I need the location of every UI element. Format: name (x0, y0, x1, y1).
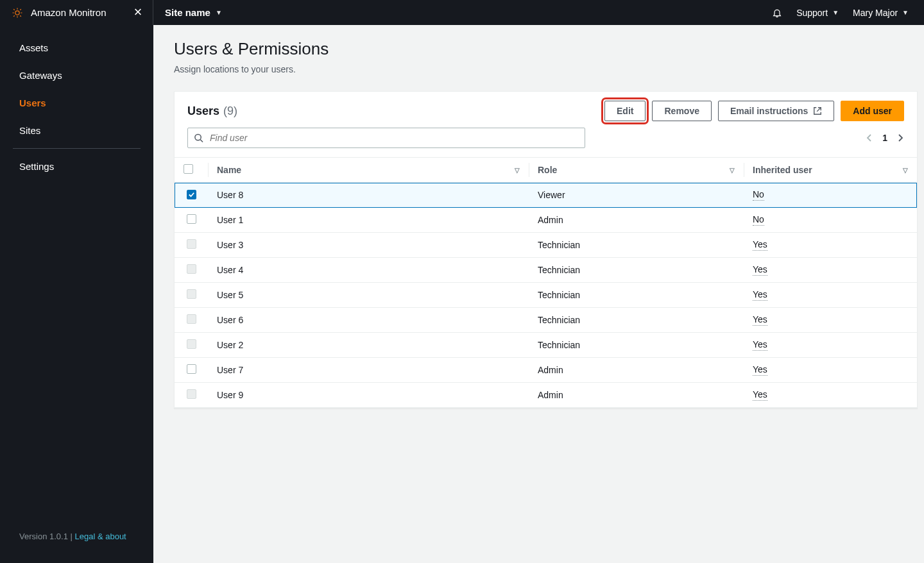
row-checkbox[interactable] (187, 239, 196, 249)
row-checkbox[interactable] (187, 190, 196, 199)
row-name-cell: User 1 (208, 208, 529, 233)
row-inherited-cell: No (744, 183, 917, 208)
row-checkbox-cell[interactable] (175, 358, 208, 383)
search-icon (194, 133, 203, 143)
table-row[interactable]: User 9AdminYes (175, 383, 917, 408)
notifications-button[interactable] (772, 8, 782, 18)
row-inherited: Yes (753, 339, 767, 351)
sidebar-item-gateways[interactable]: Gateways (0, 62, 153, 89)
gear-spark-icon (12, 7, 23, 19)
row-checkbox-cell[interactable] (175, 283, 208, 308)
pager-next[interactable] (896, 134, 904, 142)
table-row[interactable]: User 2TechnicianYes (175, 333, 917, 358)
panel-actions: Edit Remove Email instructions Add user (604, 101, 904, 121)
row-checkbox[interactable] (187, 289, 196, 299)
legal-link[interactable]: Legal & about (75, 532, 126, 541)
col-header-name-label: Name (217, 165, 241, 175)
user-menu[interactable]: Mary Major ▼ (853, 8, 909, 18)
row-checkbox[interactable] (187, 389, 196, 399)
row-role-cell: Viewer (529, 183, 744, 208)
row-inherited: Yes (753, 239, 767, 251)
row-inherited: Yes (753, 264, 767, 276)
row-checkbox-cell[interactable] (175, 233, 208, 258)
row-inherited-cell: Yes (744, 358, 917, 383)
row-inherited: Yes (753, 389, 767, 401)
row-checkbox-cell[interactable] (175, 308, 208, 333)
close-icon[interactable] (133, 6, 142, 19)
email-instructions-button[interactable]: Email instructions (718, 101, 834, 121)
sidebar-footer: Version 1.0.1 | Legal & about (0, 519, 153, 563)
row-role-cell: Admin (529, 383, 744, 408)
pager-prev[interactable] (866, 134, 873, 142)
sort-indicator-icon: ▽ (903, 167, 908, 174)
brand-name: Amazon Monitron (31, 7, 107, 18)
remove-button[interactable]: Remove (652, 101, 711, 121)
table-row[interactable]: User 6TechnicianYes (175, 308, 917, 333)
row-role: Admin (538, 390, 563, 400)
sidebar-item-assets[interactable]: Assets (0, 34, 153, 62)
table-row[interactable]: User 3TechnicianYes (175, 233, 917, 258)
edit-button[interactable]: Edit (604, 101, 646, 121)
table-header-row: Name ▽ Role ▽ Inherited user ▽ (175, 158, 917, 183)
caret-down-icon: ▼ (832, 9, 839, 16)
sidebar-item-settings[interactable]: Settings (0, 153, 153, 180)
svg-point-1 (195, 134, 201, 140)
col-header-role[interactable]: Role ▽ (529, 158, 744, 183)
sidebar-item-label: Settings (19, 161, 54, 172)
row-checkbox-cell[interactable] (175, 383, 208, 408)
caret-down-icon: ▼ (216, 9, 222, 16)
row-name-cell: User 2 (208, 333, 529, 358)
col-header-name[interactable]: Name ▽ (208, 158, 529, 183)
sidebar-item-label: Assets (19, 42, 48, 53)
row-inherited: Yes (753, 289, 767, 301)
add-user-button[interactable]: Add user (841, 101, 904, 121)
sidebar: Assets Gateways Users Sites Settings Ver… (0, 25, 153, 563)
row-role: Admin (538, 215, 563, 225)
row-name-cell: User 6 (208, 308, 529, 333)
row-checkbox[interactable] (187, 314, 196, 324)
row-role: Admin (538, 365, 563, 375)
sidebar-item-sites[interactable]: Sites (0, 117, 153, 144)
support-menu[interactable]: Support ▼ (796, 8, 839, 18)
row-role: Technician (538, 240, 580, 250)
row-role: Technician (538, 265, 580, 275)
table-row[interactable]: User 5TechnicianYes (175, 283, 917, 308)
row-inherited: No (753, 214, 764, 226)
table-row[interactable]: User 1AdminNo (175, 208, 917, 233)
row-role: Viewer (538, 190, 565, 200)
user-label: Mary Major (853, 8, 898, 18)
row-name-cell: User 9 (208, 383, 529, 408)
table-row[interactable]: User 7AdminYes (175, 358, 917, 383)
row-checkbox-cell[interactable] (175, 258, 208, 283)
users-panel-title: Users (9) (187, 105, 237, 118)
row-role-cell: Technician (529, 283, 744, 308)
row-checkbox[interactable] (187, 364, 196, 374)
table-row[interactable]: User 4TechnicianYes (175, 258, 917, 283)
col-header-inherited[interactable]: Inherited user ▽ (744, 158, 917, 183)
row-checkbox-cell[interactable] (175, 183, 208, 208)
page-header: Users & Permissions Assign locations to … (153, 25, 924, 80)
row-checkbox[interactable] (187, 339, 196, 349)
row-inherited-cell: Yes (744, 308, 917, 333)
col-header-checkbox[interactable] (175, 158, 208, 183)
col-header-role-label: Role (538, 165, 557, 175)
row-name-cell: User 5 (208, 283, 529, 308)
topbar-right: Support ▼ Mary Major ▼ (772, 8, 924, 18)
support-label: Support (796, 8, 828, 18)
footer-sep: | (68, 532, 75, 541)
row-role: Technician (538, 315, 580, 325)
external-link-icon (813, 106, 822, 115)
sort-indicator-icon: ▽ (730, 167, 735, 174)
site-selector[interactable]: Site name ▼ (153, 7, 222, 18)
row-checkbox-cell[interactable] (175, 333, 208, 358)
row-checkbox-cell[interactable] (175, 208, 208, 233)
table-row[interactable]: User 8ViewerNo (175, 183, 917, 208)
row-name: User 9 (217, 390, 243, 400)
row-checkbox[interactable] (187, 264, 196, 274)
row-name: User 2 (217, 340, 243, 350)
row-checkbox[interactable] (187, 214, 196, 224)
sidebar-item-label: Gateways (19, 70, 62, 81)
select-all-checkbox[interactable] (184, 164, 193, 174)
sidebar-item-users[interactable]: Users (0, 89, 153, 117)
search-input[interactable] (187, 128, 585, 148)
